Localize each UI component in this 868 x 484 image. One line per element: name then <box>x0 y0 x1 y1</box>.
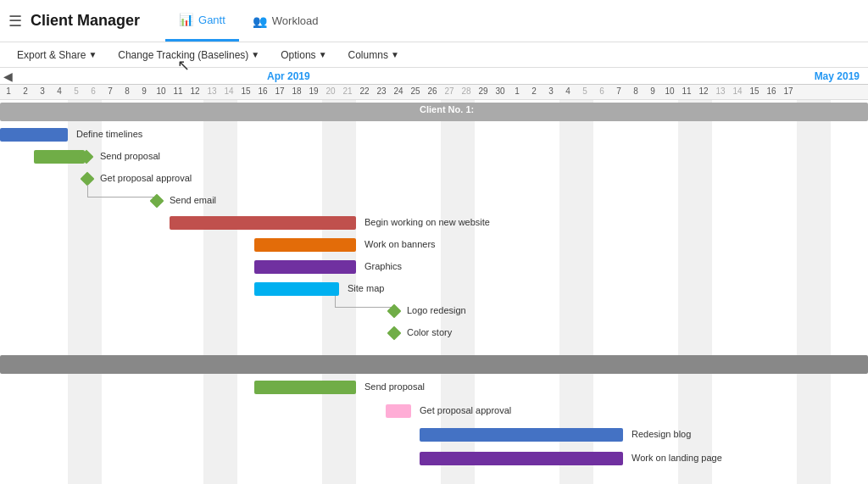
day-may-16: 16 <box>763 85 780 99</box>
row-work-landing[interactable]: Work on landing page <box>0 448 868 471</box>
bar-send-proposal[interactable] <box>34 150 85 164</box>
day-apr-24: 24 <box>390 85 407 99</box>
row-send-proposal[interactable]: Send proposal <box>0 146 868 168</box>
day-apr-22: 22 <box>356 85 373 99</box>
day-apr-4: 4 <box>51 85 68 99</box>
day-apr-15: 15 <box>237 85 254 99</box>
tracking-arrow-icon: ▼ <box>251 50 259 59</box>
section-client2-bar <box>0 355 868 374</box>
day-apr-1: 1 <box>0 85 17 99</box>
day-apr-5: 5 <box>68 85 85 99</box>
gantt-icon: 📊 <box>179 13 193 26</box>
tab-gantt[interactable]: 📊 Gantt <box>165 0 239 42</box>
day-apr-28: 28 <box>458 85 475 99</box>
day-may-5: 5 <box>576 85 593 99</box>
connector-line-6 <box>335 307 392 308</box>
workload-icon: 👥 <box>253 14 267 28</box>
main-content: ◀ Apr 2019 May 2019 1 2 3 4 5 6 7 8 9 10… <box>0 68 868 484</box>
columns-button[interactable]: Columns ▼ <box>340 46 408 64</box>
day-may-9: 9 <box>644 85 661 99</box>
day-may-2: 2 <box>526 85 542 99</box>
day-may-7: 7 <box>610 85 627 99</box>
day-may-4: 4 <box>559 85 576 99</box>
bar-work-landing[interactable] <box>420 452 623 465</box>
bar-redesign-blog[interactable] <box>420 428 623 442</box>
day-may-8: 8 <box>627 85 644 99</box>
row-begin-working[interactable]: Begin working on new website <box>0 212 868 234</box>
day-apr-27: 27 <box>441 85 458 99</box>
label-define-timelines: Define timelines <box>76 129 142 139</box>
day-apr-13: 13 <box>203 85 220 99</box>
toolbar: Export & Share ▼ Change Tracking (Baseli… <box>0 42 868 68</box>
label-graphics: Graphics <box>364 261 402 271</box>
day-apr-14: 14 <box>220 85 237 99</box>
row-site-map[interactable]: Site map <box>0 278 868 300</box>
milestone-color-story <box>387 326 402 341</box>
row-redesign-blog[interactable]: Redesign blog <box>0 424 868 448</box>
label-send-proposal2: Send proposal <box>364 381 425 392</box>
export-share-button[interactable]: Export & Share ▼ <box>8 46 105 64</box>
day-apr-30: 30 <box>492 85 509 99</box>
row-get-approval[interactable]: Get proposal approval <box>0 168 868 190</box>
day-may-10: 10 <box>661 85 678 99</box>
day-apr-7: 7 <box>102 85 119 99</box>
tab-workload[interactable]: 👥 Workload <box>239 0 332 42</box>
day-apr-3: 3 <box>34 85 51 99</box>
day-apr-23: 23 <box>373 85 390 99</box>
apr-days: 1 2 3 4 5 6 7 8 9 10 11 12 13 14 15 16 1… <box>0 85 797 99</box>
day-apr-11: 11 <box>170 85 186 99</box>
section-client2 <box>0 353 868 376</box>
label-logo-redesign: Logo redesign <box>407 305 466 315</box>
row-define-timelines[interactable]: Define timelines <box>0 124 868 146</box>
label-get-approval2: Get proposal approval <box>420 405 511 415</box>
row-graphics[interactable]: Graphics <box>0 256 868 278</box>
milestone-get-approval <box>81 172 95 186</box>
row-work-banners[interactable]: Work on banners <box>0 234 868 256</box>
label-color-story: Color story <box>407 327 452 337</box>
label-begin-working: Begin working on new website <box>364 217 490 227</box>
spacer-row <box>0 344 868 353</box>
day-apr-12: 12 <box>186 85 203 99</box>
day-apr-10: 10 <box>153 85 170 99</box>
hamburger-menu[interactable]: ☰ <box>8 12 22 31</box>
section-client1: Client No. 1: <box>0 100 868 124</box>
connector-line-3 <box>87 197 155 197</box>
row-get-approval2[interactable]: Get proposal approval <box>0 400 868 424</box>
options-button[interactable]: Options ▼ <box>272 46 335 64</box>
day-may-15: 15 <box>746 85 763 99</box>
label-send-email: Send email <box>170 195 216 205</box>
day-may-3: 3 <box>542 85 559 99</box>
bar-graphics[interactable] <box>254 260 356 274</box>
bar-work-banners[interactable] <box>254 238 356 252</box>
day-apr-17: 17 <box>271 85 288 99</box>
day-may-6: 6 <box>593 85 610 99</box>
bar-begin-working[interactable] <box>170 216 356 230</box>
change-tracking-button[interactable]: Change Tracking (Baselines) ▼ ↖ <box>109 46 268 64</box>
label-get-approval: Get proposal approval <box>100 173 192 183</box>
bar-send-proposal2[interactable] <box>254 381 356 394</box>
bar-site-map[interactable] <box>254 282 339 296</box>
scroll-left-arrow[interactable]: ◀ <box>3 70 13 83</box>
day-apr-6: 6 <box>85 85 102 99</box>
gantt-label: Gantt <box>198 14 225 26</box>
label-site-map: Site map <box>348 283 384 293</box>
row-logo-redesign[interactable]: Logo redesign <box>0 300 868 322</box>
view-tabs: 📊 Gantt 👥 Workload <box>165 0 331 42</box>
label-send-proposal: Send proposal <box>100 151 160 161</box>
bar-get-approval2[interactable] <box>386 404 411 418</box>
app-title: Client Manager <box>31 12 140 30</box>
row-send-proposal2[interactable]: Send proposal <box>0 376 868 400</box>
day-apr-8: 8 <box>119 85 136 99</box>
day-may-17: 17 <box>780 85 797 99</box>
gantt-grid: Client No. 1: Define timelines Send prop… <box>0 100 868 484</box>
date-nav-row: ◀ Apr 2019 May 2019 <box>0 68 868 85</box>
bar-define-timelines[interactable] <box>0 128 68 142</box>
row-send-email[interactable]: Send email <box>0 190 868 212</box>
day-apr-25: 25 <box>407 85 424 99</box>
gantt-area: ◀ Apr 2019 May 2019 1 2 3 4 5 6 7 8 9 10… <box>0 68 868 484</box>
day-may-12: 12 <box>695 85 712 99</box>
day-apr-9: 9 <box>136 85 153 99</box>
row-color-story[interactable]: Color story <box>0 322 868 344</box>
columns-arrow-icon: ▼ <box>391 50 399 59</box>
label-redesign-blog: Redesign blog <box>632 429 691 439</box>
